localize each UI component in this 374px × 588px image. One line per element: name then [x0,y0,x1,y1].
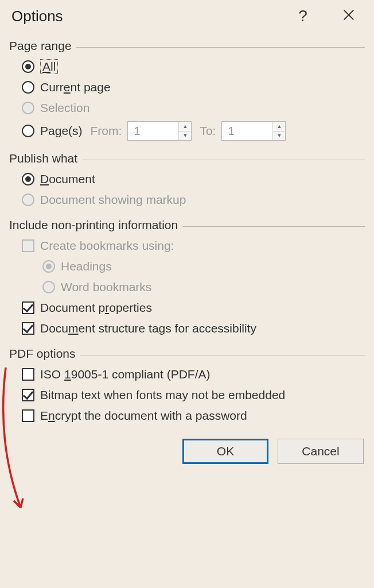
checkbox-label-encrypt: Encrypt the document with a password [40,409,247,423]
checkbox-row-create-bookmarks: Create bookmarks using: [9,235,365,256]
from-spin-up-icon[interactable]: ▲ [179,122,191,131]
checkbox-label-bitmap-text: Bitmap text when fonts may not be embedd… [40,388,285,402]
to-spin-up-icon[interactable]: ▲ [273,122,285,131]
help-icon[interactable]: ? [291,7,314,25]
checkbox-row-doc-properties[interactable]: Document properties [9,297,365,318]
checkbox-row-encrypt[interactable]: Encrypt the document with a password [9,405,365,426]
radio-document-markup [22,194,34,206]
group-label-pdf-options: PDF options [9,347,80,361]
checkbox-doc-structure-tags[interactable] [22,322,34,335]
radio-pages[interactable] [22,125,34,137]
checkbox-doc-properties[interactable] [22,301,34,314]
radio-label-document: Document [40,172,95,186]
radio-label-current-page: Current page [40,80,111,94]
radio-all[interactable] [22,60,34,73]
from-spinner[interactable]: ▲ ▼ [127,121,192,141]
checkbox-label-iso: ISO 19005-1 compliant (PDF/A) [40,368,210,381]
checkbox-create-bookmarks [22,239,34,252]
checkbox-row-bitmap-text[interactable]: Bitmap text when fonts may not be embedd… [9,385,365,405]
radio-label-headings: Headings [61,260,112,273]
to-spin-down-icon[interactable]: ▼ [273,131,285,141]
radio-label-word-bookmarks: Word bookmarks [61,280,151,294]
radio-row-document[interactable]: Document [9,169,365,189]
checkbox-encrypt[interactable] [22,409,34,422]
radio-row-current-page[interactable]: Current page [9,77,365,98]
from-spin-down-icon[interactable]: ▼ [179,131,191,141]
radio-label-all: All [40,59,58,74]
radio-label-pages: Page(s) [40,124,83,138]
checkbox-label-create-bookmarks: Create bookmarks using: [40,239,174,253]
checkbox-row-iso[interactable]: ISO 19005-1 compliant (PDF/A) [9,364,365,385]
group-include-nonprinting: Include non-printing information Create … [9,218,365,339]
radio-row-word-bookmarks: Word bookmarks [9,277,365,297]
ok-button[interactable]: OK [182,439,268,464]
group-label-page-range: Page range [9,39,76,53]
from-input[interactable] [128,122,178,140]
checkbox-label-doc-structure-tags: Document structure tags for accessibilit… [40,322,256,335]
radio-row-document-markup: Document showing markup [9,189,365,210]
checkbox-label-doc-properties: Document properties [40,301,152,315]
to-label: To: [200,124,216,138]
cancel-button[interactable]: Cancel [278,439,364,464]
radio-current-page[interactable] [22,81,34,94]
close-icon[interactable] [337,7,360,25]
from-label: From: [91,124,122,138]
radio-row-headings: Headings [9,256,365,277]
radio-label-selection: Selection [40,101,89,115]
button-row: OK Cancel [0,431,374,464]
group-pdf-options: PDF options ISO 19005-1 compliant (PDF/A… [9,347,365,426]
titlebar: Options ? [0,0,374,31]
radio-row-pages[interactable]: Page(s) From: ▲ ▼ To: ▲ ▼ [9,118,365,144]
radio-row-all[interactable]: All [9,56,365,77]
radio-selection [22,102,34,114]
group-label-include-nonprinting: Include non-printing information [9,218,182,232]
to-input[interactable] [222,122,272,140]
group-page-range: Page range All Current page Selection Pa… [9,39,365,144]
checkbox-iso[interactable] [22,368,34,381]
radio-headings [42,260,55,273]
checkbox-bitmap-text[interactable] [22,389,34,401]
radio-label-document-markup: Document showing markup [40,193,186,207]
radio-row-selection: Selection [9,98,365,118]
dialog-title: Options [11,7,291,25]
to-spinner[interactable]: ▲ ▼ [221,121,286,141]
radio-word-bookmarks [42,281,55,293]
group-label-publish-what: Publish what [9,152,82,165]
checkbox-row-doc-structure-tags[interactable]: Document structure tags for accessibilit… [9,318,365,339]
group-publish-what: Publish what Document Document showing m… [9,152,365,210]
radio-document[interactable] [22,173,34,185]
